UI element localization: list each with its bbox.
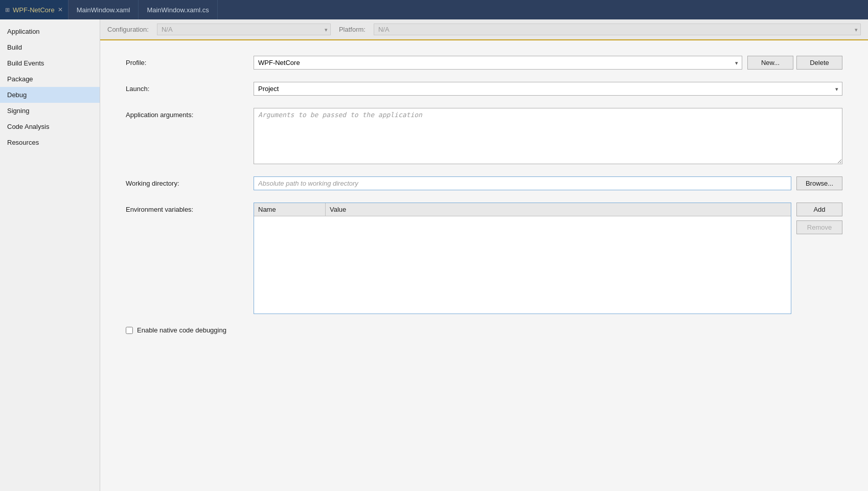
env-table-body[interactable]: [254, 216, 791, 314]
env-col-value-header: Value: [326, 203, 791, 216]
configuration-label: Configuration:: [107, 26, 149, 33]
env-side-buttons: Add Remove: [796, 203, 842, 234]
sidebar-item-build[interactable]: Build: [0, 39, 100, 55]
app-args-row: Application arguments:: [126, 108, 842, 164]
sidebar-item-debug[interactable]: Debug: [0, 87, 100, 103]
remove-button[interactable]: Remove: [796, 220, 842, 234]
tab-mainwindow-xaml-cs[interactable]: MainWindow.xaml.cs: [139, 0, 217, 19]
env-table-header: Name Value: [254, 203, 791, 216]
tab-mainwindow-xaml[interactable]: MainWindow.xaml: [68, 0, 139, 19]
sidebar-item-code-analysis[interactable]: Code Analysis: [0, 119, 100, 135]
profile-select-wrapper: WPF-NetCore: [254, 56, 742, 70]
main-layout: Application Build Build Events Package D…: [0, 19, 868, 491]
sidebar-item-signing[interactable]: Signing: [0, 103, 100, 119]
config-bar: Configuration: N/A Platform: N/A: [100, 19, 868, 40]
new-button[interactable]: New...: [747, 56, 793, 70]
profile-select[interactable]: WPF-NetCore: [254, 56, 742, 70]
profile-buttons: New... Delete: [747, 56, 842, 70]
platform-select-wrapper: N/A: [374, 24, 861, 35]
env-col-name-header: Name: [254, 203, 326, 216]
title-bar: ⊞ WPF-NetCore ✕ MainWindow.xaml MainWind…: [0, 0, 868, 19]
env-table: Name Value: [254, 203, 791, 314]
native-debug-row: Enable native code debugging: [126, 326, 842, 344]
env-vars-label: Environment variables:: [126, 203, 243, 213]
add-button[interactable]: Add: [796, 203, 842, 216]
native-debug-checkbox[interactable]: [126, 327, 133, 334]
pin-icon: ⊞: [5, 7, 10, 13]
working-dir-label: Working directory:: [126, 176, 243, 187]
profile-control-area: WPF-NetCore New... Delete: [254, 56, 842, 70]
working-dir-control-area: Browse...: [254, 176, 842, 190]
profile-label: Profile:: [126, 56, 243, 66]
close-icon[interactable]: ✕: [58, 6, 63, 13]
platform-label: Platform:: [339, 26, 366, 33]
browse-button[interactable]: Browse...: [796, 176, 842, 190]
project-tab[interactable]: ⊞ WPF-NetCore ✕: [0, 0, 68, 19]
app-args-textarea[interactable]: [254, 108, 842, 164]
delete-button[interactable]: Delete: [796, 56, 842, 70]
form-area: Profile: WPF-NetCore New... Delete Launc…: [100, 40, 868, 360]
app-args-control-area: [254, 108, 842, 164]
sidebar: Application Build Build Events Package D…: [0, 19, 100, 491]
launch-control-area: Project: [254, 82, 842, 96]
sidebar-item-package[interactable]: Package: [0, 71, 100, 87]
configuration-select[interactable]: N/A: [157, 24, 331, 35]
working-dir-row: Working directory: Browse...: [126, 176, 842, 190]
content-area: Configuration: N/A Platform: N/A Profile…: [100, 19, 868, 491]
native-debug-label: Enable native code debugging: [137, 326, 226, 334]
project-tab-label: WPF-NetCore: [13, 6, 55, 14]
sidebar-item-resources[interactable]: Resources: [0, 135, 100, 150]
launch-label: Launch:: [126, 82, 243, 93]
launch-select-wrapper: Project: [254, 82, 842, 96]
configuration-select-wrapper: N/A: [157, 24, 331, 35]
sidebar-item-application[interactable]: Application: [0, 24, 100, 39]
app-args-label: Application arguments:: [126, 108, 243, 119]
platform-select[interactable]: N/A: [374, 24, 861, 35]
launch-row: Launch: Project: [126, 82, 842, 96]
profile-row: Profile: WPF-NetCore New... Delete: [126, 56, 842, 70]
env-vars-control-area: Name Value Add Remove: [254, 203, 842, 314]
env-vars-row: Environment variables: Name Value Add Re…: [126, 203, 842, 314]
sidebar-item-build-events[interactable]: Build Events: [0, 55, 100, 71]
launch-select[interactable]: Project: [254, 82, 842, 96]
working-dir-input[interactable]: [254, 176, 791, 190]
